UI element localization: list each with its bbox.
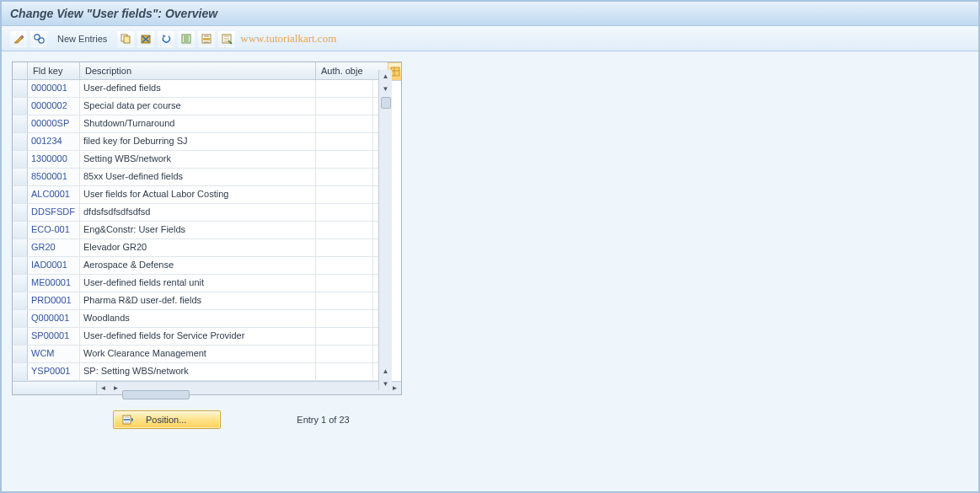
table-row[interactable]: Q000001Woodlands	[13, 310, 388, 328]
cell-description[interactable]: Woodlands	[80, 310, 316, 327]
cell-fld-key[interactable]: 0000001	[28, 80, 80, 97]
table-row[interactable]: 1300000Setting WBS/network	[13, 151, 388, 169]
cell-auth-obje[interactable]	[316, 239, 373, 256]
table-row[interactable]: ECO-001Eng&Constr: User Fields	[13, 222, 388, 239]
row-selector[interactable]	[13, 169, 28, 185]
cell-auth-obje[interactable]	[316, 363, 373, 380]
row-selector[interactable]	[13, 257, 28, 274]
cell-auth-obje[interactable]	[316, 169, 373, 185]
cell-auth-obje[interactable]	[316, 222, 373, 238]
delete-button[interactable]	[137, 30, 154, 47]
cell-auth-obje[interactable]	[316, 151, 373, 168]
vertical-scroll-thumb[interactable]	[381, 97, 391, 109]
table-row[interactable]: 001234filed key for Deburring SJ	[13, 133, 388, 151]
cell-auth-obje[interactable]	[316, 346, 373, 362]
table-row[interactable]: 0000001User-defined fields	[13, 80, 388, 98]
table-row[interactable]: PRD0001Pharma R&D user-def. fields	[13, 292, 388, 310]
cell-fld-key[interactable]: SP00001	[28, 328, 80, 345]
deselect-all-button[interactable]	[218, 30, 235, 47]
copy-as-button[interactable]	[117, 30, 134, 47]
row-selector[interactable]	[13, 363, 28, 380]
cell-auth-obje[interactable]	[316, 115, 373, 132]
new-entries-button[interactable]: New Entries	[51, 32, 114, 46]
row-selector[interactable]	[13, 151, 28, 168]
cell-fld-key[interactable]: 1300000	[28, 151, 80, 168]
cell-auth-obje[interactable]	[316, 98, 373, 115]
cell-fld-key[interactable]: Q000001	[28, 310, 80, 327]
cell-description[interactable]: filed key for Deburring SJ	[80, 133, 316, 150]
table-row[interactable]: 0000002Special data per course	[13, 98, 388, 115]
row-selector[interactable]	[13, 275, 28, 292]
scroll-up-arrow-2[interactable]: ▲	[379, 365, 392, 378]
position-button[interactable]: Position...	[113, 410, 221, 429]
cell-auth-obje[interactable]	[316, 257, 373, 274]
table-row[interactable]: DDSFSDFdfdsfsdfsdfsdfsd	[13, 204, 388, 222]
scroll-right-arrow[interactable]: ►	[110, 382, 122, 394]
cell-fld-key[interactable]: ME00001	[28, 275, 80, 292]
row-selector[interactable]	[13, 98, 28, 115]
cell-description[interactable]: User-defined fields	[80, 80, 316, 97]
cell-auth-obje[interactable]	[316, 186, 373, 203]
table-row[interactable]: IAD0001Aerospace & Defense	[13, 257, 388, 275]
row-selector[interactable]	[13, 222, 28, 238]
select-all-button[interactable]	[178, 30, 195, 47]
cell-description[interactable]: User-defined fields rental unit	[80, 275, 316, 292]
cell-fld-key[interactable]: 001234	[28, 133, 80, 150]
row-selector[interactable]	[13, 186, 28, 203]
cell-description[interactable]: User-defined fields for Service Provider	[80, 328, 316, 345]
cell-description[interactable]: Setting WBS/network	[80, 151, 316, 168]
cell-fld-key[interactable]: 0000002	[28, 98, 80, 115]
scroll-down-arrow[interactable]: ▼	[379, 83, 392, 95]
table-row[interactable]: SP00001User-defined fields for Service P…	[13, 328, 388, 346]
cell-fld-key[interactable]: PRD0001	[28, 292, 80, 309]
find-button[interactable]	[30, 30, 47, 47]
cell-auth-obje[interactable]	[316, 292, 373, 309]
cell-auth-obje[interactable]	[316, 80, 373, 97]
cell-fld-key[interactable]: DDSFSDF	[28, 204, 80, 221]
table-row[interactable]: ALC0001User fields for Actual Labor Cost…	[13, 186, 388, 204]
cell-auth-obje[interactable]	[316, 275, 373, 292]
cell-description[interactable]: SP: Setting WBS/network	[80, 363, 316, 380]
row-selector[interactable]	[13, 115, 28, 132]
column-header-description[interactable]: Description	[80, 62, 316, 79]
cell-description[interactable]: User fields for Actual Labor Costing	[80, 186, 316, 203]
table-row[interactable]: GR20Elevador GR20	[13, 239, 388, 257]
table-row[interactable]: YSP0001SP: Setting WBS/network	[13, 363, 388, 381]
cell-fld-key[interactable]: IAD0001	[28, 257, 80, 274]
row-selector-header[interactable]	[13, 62, 28, 79]
cell-description[interactable]: Special data per course	[80, 98, 316, 115]
table-row[interactable]: 850000185xx User-defined fields	[13, 169, 388, 186]
undo-change-button[interactable]	[158, 30, 174, 47]
cell-fld-key[interactable]: 8500001	[28, 169, 80, 185]
row-selector[interactable]	[13, 239, 28, 256]
cell-auth-obje[interactable]	[316, 328, 373, 345]
cell-auth-obje[interactable]	[316, 204, 373, 221]
vertical-scrollbar[interactable]: ▲ ▼ ▲ ▼	[378, 70, 392, 390]
column-header-auth-obje[interactable]: Auth. obje	[316, 62, 373, 79]
cell-description[interactable]: 85xx User-defined fields	[80, 169, 316, 185]
cell-fld-key[interactable]: ECO-001	[28, 222, 80, 238]
horizontal-scrollbar[interactable]: ◄ ► ◄ ►	[13, 381, 401, 394]
cell-description[interactable]: Pharma R&D user-def. fields	[80, 292, 316, 309]
cell-fld-key[interactable]: WCM	[28, 346, 80, 362]
scroll-down-arrow-2[interactable]: ▼	[379, 378, 392, 390]
row-selector[interactable]	[13, 328, 28, 345]
row-selector[interactable]	[13, 133, 28, 150]
horizontal-scroll-thumb[interactable]	[122, 390, 190, 399]
row-selector[interactable]	[13, 80, 28, 97]
row-selector[interactable]	[13, 204, 28, 221]
row-selector[interactable]	[13, 310, 28, 327]
cell-description[interactable]: Work Clearance Management	[80, 346, 316, 362]
cell-fld-key[interactable]: GR20	[28, 239, 80, 256]
table-row[interactable]: 00000SPShutdown/Turnaround	[13, 115, 388, 133]
select-block-button[interactable]	[198, 30, 215, 47]
toggle-display-change-button[interactable]	[10, 30, 27, 47]
cell-fld-key[interactable]: 00000SP	[28, 115, 80, 132]
table-row[interactable]: ME00001User-defined fields rental unit	[13, 275, 388, 292]
cell-auth-obje[interactable]	[316, 133, 373, 150]
cell-fld-key[interactable]: YSP0001	[28, 363, 80, 380]
table-row[interactable]: WCMWork Clearance Management	[13, 346, 388, 363]
cell-auth-obje[interactable]	[316, 310, 373, 327]
scroll-left-arrow[interactable]: ◄	[97, 382, 110, 394]
column-header-fld-key[interactable]: Fld key	[28, 62, 80, 79]
